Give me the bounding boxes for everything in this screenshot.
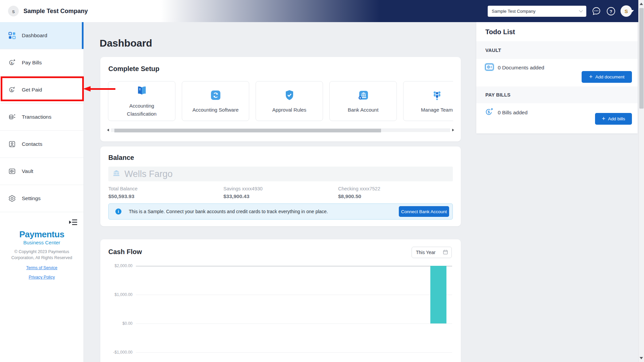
cash-flow-chart: $2,000.00$1,000.00$0.00-$1,000.00	[100, 239, 461, 362]
tile-accounting-software[interactable]: Accounting Software	[182, 81, 249, 121]
privacy-policy-link[interactable]: Privacy Policy	[0, 275, 84, 280]
complete-setup-card: Complete Setup Accounting Classification	[100, 57, 461, 141]
vault-icon	[8, 167, 16, 175]
tile-accounting-classification[interactable]: Accounting Classification	[108, 81, 175, 121]
info-icon: i	[115, 208, 121, 215]
bank-icon	[112, 169, 120, 179]
todo-section-pay-bills: PAY BILLS	[476, 86, 638, 103]
pay-bills-icon: $	[8, 59, 16, 67]
balance-card: Balance Wells Fargo Total Balance $50,59…	[100, 146, 461, 226]
header-brand: s Sample Test Company	[8, 0, 88, 22]
company-avatar: s	[8, 6, 19, 16]
y-axis-tick-label: $0.00	[122, 321, 132, 326]
documents-status: 0 Documents added	[498, 65, 544, 71]
annotation-box-get-paid	[1, 76, 84, 101]
bank-name-bar: Wells Fargo	[108, 167, 453, 181]
add-document-label: Add document	[595, 74, 625, 79]
shield-check-icon	[283, 88, 296, 103]
sidebar: Dashboard $ Pay Bills $ Get Paid	[0, 22, 84, 362]
sidebar-footer: Paymentus Business Center © Copyright 20…	[0, 229, 84, 280]
bills-status: 0 Bills added	[498, 110, 528, 116]
svg-text:$: $	[488, 110, 490, 114]
contacts-icon	[8, 140, 16, 148]
tile-label: Approval Rules	[264, 106, 315, 114]
y-axis-tick-label: $2,000.00	[115, 263, 132, 268]
add-bills-button[interactable]: + Add bills	[595, 113, 632, 125]
scroll-right-arrow-icon[interactable]	[452, 129, 454, 131]
scroll-down-arrow-icon[interactable]	[640, 357, 643, 359]
scroll-thumb[interactable]	[114, 129, 381, 132]
sidebar-collapse-icon[interactable]	[69, 218, 79, 227]
tile-approval-rules[interactable]: Approval Rules	[256, 81, 323, 121]
app-root: s Sample Test Company Sample Test Compan…	[0, 0, 644, 362]
tile-label: Bank Account	[338, 106, 388, 114]
tile-label: Accounting Classification	[117, 102, 167, 118]
y-axis-tick-label: $1,000.00	[115, 292, 132, 297]
logo-subtitle: Business Center	[0, 240, 84, 245]
plus-icon: +	[589, 74, 593, 80]
bank-name: Wells Fargo	[124, 169, 173, 179]
cash-flow-card: Cash Flow This Year $2,000.00$1,000.00$0…	[100, 239, 461, 362]
stat-value: $50,593.93	[108, 193, 138, 199]
stat-label: Total Balance	[108, 186, 138, 191]
top-header: s Sample Test Company Sample Test Compan…	[0, 0, 644, 22]
svg-text:?: ?	[610, 9, 612, 14]
company-select[interactable]: Sample Test Company	[488, 6, 586, 17]
connect-bank-account-button[interactable]: Connect Bank Account	[399, 206, 449, 217]
company-name: Sample Test Company	[23, 8, 88, 15]
sidebar-item-label: Contacts	[22, 141, 42, 147]
copyright-text: © Copyright 2023 Paymentus Corporation, …	[8, 249, 75, 261]
tile-bank-account[interactable]: Bank Account	[329, 81, 397, 121]
scroll-track[interactable]	[111, 128, 450, 132]
scroll-left-arrow-icon[interactable]	[107, 129, 109, 131]
chat-icon[interactable]	[591, 6, 601, 16]
checking-stat: Checking xxxx7522 $8,900.50	[338, 186, 380, 199]
help-icon[interactable]: ?	[606, 7, 615, 16]
chevron-down-icon	[579, 8, 583, 12]
sidebar-item-contacts[interactable]: Contacts	[0, 131, 84, 158]
todo-section-label: VAULT	[485, 48, 501, 53]
todo-section-vault: VAULT	[476, 41, 638, 59]
sync-icon	[209, 88, 222, 103]
annotation-arrow-line	[90, 88, 115, 90]
settings-gear-icon	[8, 194, 16, 202]
vault-document-icon	[484, 62, 494, 73]
add-document-button[interactable]: + Add document	[582, 71, 632, 83]
todo-list-panel: Todo List VAULT 0 Documents added + Add …	[476, 22, 638, 133]
tile-manage-team[interactable]: Manage Team	[403, 81, 453, 121]
stat-value: $33,900.43	[223, 193, 263, 199]
terms-of-service-link[interactable]: Terms of Service	[0, 265, 84, 270]
sidebar-item-pay-bills[interactable]: $ Pay Bills	[0, 49, 84, 76]
page-scrollbar[interactable]	[638, 0, 644, 362]
sidebar-item-label: Vault	[22, 168, 33, 174]
book-icon	[135, 84, 149, 99]
dashboard-grid-icon	[8, 32, 16, 40]
sidebar-item-vault[interactable]: Vault	[0, 158, 84, 185]
y-axis-tick-label: -$1,000.00	[113, 350, 132, 355]
cash-flow-bar	[430, 266, 446, 323]
sidebar-item-transactions[interactable]: Transactions	[0, 104, 84, 131]
transactions-icon	[8, 113, 16, 121]
savings-stat: Savings xxxx4930 $33,900.43	[223, 186, 263, 199]
setup-horizontal-scrollbar[interactable]	[107, 128, 454, 132]
todo-list-title: Todo List	[485, 28, 515, 36]
company-select-value: Sample Test Company	[492, 9, 536, 14]
paymentus-logo: Paymentus	[0, 229, 84, 240]
page-scroll-thumb[interactable]	[639, 8, 644, 109]
stat-value: $8,900.50	[338, 193, 380, 199]
page-title: Dashboard	[100, 38, 152, 49]
stat-label: Savings xxxx4930	[223, 186, 263, 191]
sidebar-item-label: Dashboard	[22, 33, 47, 39]
user-menu-caret-icon[interactable]	[630, 10, 634, 12]
bank-add-icon	[357, 88, 370, 103]
header-actions: Sample Test Company ? S	[488, 0, 634, 22]
sidebar-item-settings[interactable]: Settings	[0, 185, 84, 212]
sidebar-item-label: Transactions	[22, 114, 51, 120]
scroll-up-arrow-icon[interactable]	[640, 3, 643, 5]
plus-icon: +	[602, 116, 605, 122]
balance-title: Balance	[108, 154, 134, 162]
complete-setup-title: Complete Setup	[108, 65, 159, 73]
sidebar-item-dashboard[interactable]: Dashboard	[0, 22, 84, 49]
sample-notice-text: This is a Sample. Connect your bank acco…	[129, 209, 328, 214]
tile-label: Manage Team	[412, 106, 453, 114]
